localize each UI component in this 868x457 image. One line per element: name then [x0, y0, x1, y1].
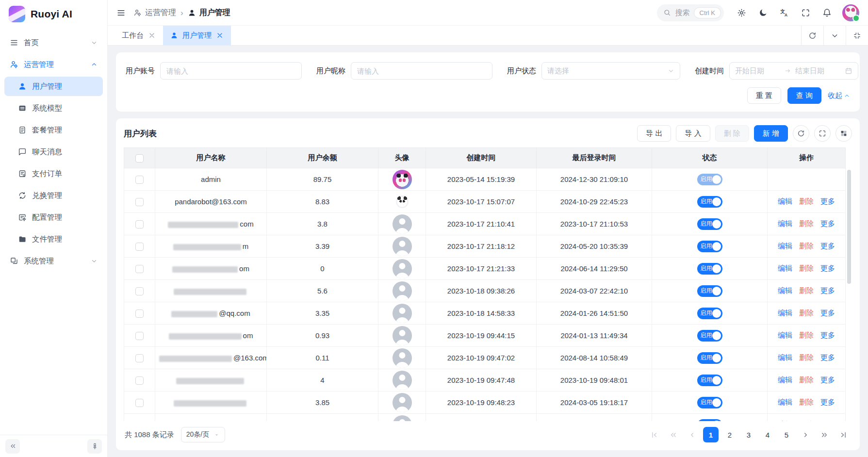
status-toggle[interactable]: 启用: [697, 263, 722, 275]
status-toggle[interactable]: 启用: [697, 174, 722, 185]
breadcrumb-operations[interactable]: 运营管理: [133, 8, 176, 18]
page-button-5[interactable]: 5: [779, 427, 794, 442]
tab-workbench[interactable]: 工作台: [115, 26, 163, 45]
delete-link[interactable]: 删除: [799, 197, 814, 205]
page-button-4[interactable]: 4: [760, 427, 775, 442]
sidebar-pin-button[interactable]: [87, 439, 102, 454]
edit-link[interactable]: 编辑: [778, 242, 792, 250]
more-link[interactable]: 更多: [820, 242, 835, 250]
edit-link[interactable]: 编辑: [778, 197, 792, 205]
global-search[interactable]: 搜索 Ctrl K: [657, 4, 724, 21]
edit-link[interactable]: 编辑: [778, 309, 792, 317]
sidebar-item-chat[interactable]: 聊天消息: [4, 142, 103, 162]
status-toggle[interactable]: 启用: [697, 285, 722, 297]
prev-page-button[interactable]: [684, 427, 700, 442]
page-size-select[interactable]: 20条/页: [181, 427, 225, 442]
status-toggle[interactable]: 启用: [697, 419, 722, 422]
close-icon[interactable]: [148, 32, 156, 39]
sidebar-collapse-button[interactable]: [5, 439, 20, 454]
row-checkbox[interactable]: [135, 220, 144, 228]
fullscreen-button[interactable]: [797, 4, 814, 21]
row-checkbox[interactable]: [135, 399, 144, 407]
edit-link[interactable]: 编辑: [778, 286, 792, 294]
row-checkbox[interactable]: [135, 332, 144, 340]
created-date-range-picker[interactable]: 开始日期 结束日期: [729, 62, 858, 80]
tab-more-button[interactable]: [823, 26, 846, 45]
sidebar-item-model[interactable]: 系统模型: [4, 98, 103, 118]
reset-button[interactable]: 重 置: [747, 87, 781, 104]
delete-link[interactable]: 删除: [799, 286, 814, 294]
status-toggle[interactable]: 启用: [697, 330, 722, 342]
edit-link[interactable]: 编辑: [778, 420, 792, 421]
delete-link[interactable]: 删除: [799, 264, 814, 272]
more-link[interactable]: 更多: [820, 309, 835, 317]
more-link[interactable]: 更多: [820, 219, 835, 228]
add-button[interactable]: 新 增: [754, 125, 788, 142]
row-checkbox[interactable]: [135, 243, 144, 251]
delete-link[interactable]: 删除: [799, 375, 814, 384]
first-page-button[interactable]: [646, 427, 662, 442]
more-link[interactable]: 更多: [820, 398, 835, 406]
dark-mode-button[interactable]: [754, 4, 771, 21]
breadcrumb-user-management[interactable]: 用户管理: [188, 8, 230, 18]
close-icon[interactable]: [216, 32, 224, 39]
edit-link[interactable]: 编辑: [778, 375, 792, 384]
table-refresh-button[interactable]: [793, 125, 809, 142]
row-checkbox[interactable]: [135, 354, 144, 362]
delete-button[interactable]: 删 除: [715, 125, 749, 142]
table-fullscreen-button[interactable]: [814, 125, 831, 142]
row-checkbox[interactable]: [135, 198, 144, 206]
more-link[interactable]: 更多: [820, 264, 835, 272]
settings-button[interactable]: [733, 4, 750, 21]
edit-link[interactable]: 编辑: [778, 264, 792, 272]
user-status-select[interactable]: 请选择: [541, 62, 680, 80]
row-checkbox[interactable]: [135, 176, 144, 184]
page-button-1[interactable]: 1: [703, 427, 719, 442]
user-account-input[interactable]: [160, 62, 302, 80]
sidebar-item-order[interactable]: 支付订单: [4, 164, 103, 183]
status-toggle[interactable]: 启用: [697, 397, 722, 408]
sidebar-item-doc[interactable]: 套餐管理: [4, 120, 103, 140]
delete-link[interactable]: 删除: [799, 219, 814, 228]
row-checkbox[interactable]: [135, 310, 144, 318]
next-page-button[interactable]: [798, 427, 813, 442]
status-toggle[interactable]: 启用: [697, 241, 722, 252]
more-link[interactable]: 更多: [820, 331, 835, 339]
sidebar-item-home[interactable]: 首页: [4, 33, 103, 52]
sidebar-item-system[interactable]: 系统管理: [4, 251, 103, 271]
last-page-button[interactable]: [835, 427, 851, 442]
more-link[interactable]: 更多: [820, 375, 835, 384]
jump-forward-button[interactable]: [817, 427, 832, 442]
hamburger-menu-icon[interactable]: [116, 8, 126, 17]
row-checkbox[interactable]: [135, 376, 144, 385]
table-scrollbar[interactable]: [846, 147, 852, 421]
select-all-checkbox[interactable]: [135, 154, 144, 163]
edit-link[interactable]: 编辑: [778, 219, 792, 228]
status-toggle[interactable]: 启用: [697, 375, 722, 386]
status-toggle[interactable]: 启用: [697, 352, 722, 364]
delete-link[interactable]: 删除: [799, 309, 814, 317]
status-toggle[interactable]: 启用: [697, 196, 722, 208]
tab-refresh-button[interactable]: [801, 26, 823, 45]
status-toggle[interactable]: 启用: [697, 218, 722, 230]
search-button[interactable]: 查 询: [787, 87, 821, 104]
collapse-filter-link[interactable]: 收起: [828, 91, 850, 100]
user-avatar[interactable]: [842, 4, 859, 21]
delete-link[interactable]: 删除: [799, 398, 814, 406]
row-checkbox[interactable]: [135, 265, 144, 273]
tab-user-management[interactable]: 用户管理: [163, 26, 231, 45]
status-toggle[interactable]: 启用: [697, 308, 722, 319]
jump-back-button[interactable]: [665, 427, 681, 442]
export-button[interactable]: 导 出: [637, 125, 671, 142]
table-columns-button[interactable]: [835, 125, 852, 142]
delete-link[interactable]: 删除: [799, 353, 814, 361]
sidebar-item-config[interactable]: 配置管理: [4, 208, 103, 227]
sidebar-item-operations[interactable]: 运营管理: [4, 55, 103, 74]
scrollbar-thumb[interactable]: [847, 170, 851, 284]
edit-link[interactable]: 编辑: [778, 398, 792, 406]
sidebar-item-user[interactable]: 用户管理: [4, 77, 103, 96]
more-link[interactable]: 更多: [820, 353, 835, 361]
edit-link[interactable]: 编辑: [778, 353, 792, 361]
more-link[interactable]: 更多: [820, 286, 835, 294]
edit-link[interactable]: 编辑: [778, 331, 792, 339]
